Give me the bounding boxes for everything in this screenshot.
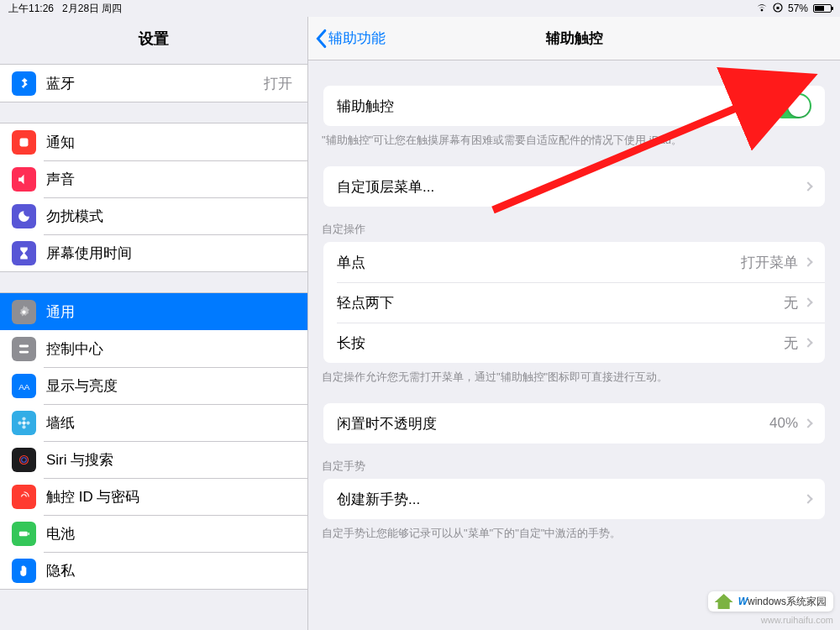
cell-value: 无 (784, 293, 798, 312)
sidebar-item-label: 触控 ID 与密码 (46, 487, 296, 507)
sidebar-item-label: 显示与亮度 (46, 376, 296, 396)
siri-icon (12, 448, 36, 472)
cell-value: 打开菜单 (741, 253, 798, 272)
sidebar-item-label: 通知 (46, 133, 296, 152)
hourglass-icon (12, 241, 36, 265)
flower-icon (12, 411, 36, 435)
cell-label: 自定顶层菜单... (337, 177, 805, 197)
detail-panel: 辅助功能 辅助触控 辅助触控 "辅助触控"可让您在触摸屏幕有困难或需要自适应配件… (308, 17, 840, 630)
svg-rect-1 (20, 138, 29, 146)
svg-point-10 (26, 421, 29, 424)
chevron-right-icon (803, 494, 812, 503)
idle-opacity-row[interactable]: 闲置时不透明度 40% (323, 403, 825, 444)
svg-text:AA: AA (18, 381, 30, 391)
sidebar-item-label: 蓝牙 (46, 74, 264, 93)
detail-header: 辅助功能 辅助触控 (308, 17, 840, 60)
speaker-icon (12, 167, 36, 192)
actions-footer: 自定操作允许您无需打开菜单，通过"辅助触控"图标即可直接进行互动。 (308, 363, 840, 403)
sidebar-item-privacy[interactable]: 隐私 (0, 552, 307, 589)
notification-icon (12, 130, 36, 155)
chevron-left-icon (313, 29, 328, 49)
detail-title: 辅助触控 (546, 29, 603, 48)
hand-icon (12, 559, 36, 583)
svg-rect-3 (19, 344, 29, 347)
svg-point-11 (20, 455, 29, 464)
sidebar-item-value: 打开 (264, 74, 292, 93)
gestures-footer: 自定手势让您能够记录可以从"菜单"下的"自定"中激活的手势。 (308, 519, 840, 559)
bluetooth-icon (12, 71, 36, 96)
watermark: www.ruihaifu.com (761, 615, 833, 625)
sidebar-item-label: 控制中心 (46, 339, 296, 359)
chevron-right-icon (803, 338, 812, 347)
cell-label: 轻点两下 (337, 293, 784, 312)
sidebar-item-touchid[interactable]: 触控 ID 与密码 (0, 478, 307, 515)
sidebar-item-label: Siri 与搜索 (46, 450, 296, 470)
settings-sidebar: 设置 蓝牙 打开 通知 声音 勿扰模式 (0, 17, 308, 630)
assistive-touch-toggle[interactable] (769, 93, 811, 118)
toggles-icon (12, 337, 36, 361)
sidebar-item-battery[interactable]: 电池 (0, 515, 307, 552)
cell-value: 无 (784, 333, 798, 353)
svg-point-12 (22, 457, 27, 462)
battery-icon (12, 522, 36, 546)
sidebar-item-label: 隐私 (46, 561, 296, 580)
sidebar-title: 设置 (0, 17, 307, 64)
single-tap-row[interactable]: 单点 打开菜单 (323, 242, 825, 282)
chevron-right-icon (803, 418, 812, 428)
svg-rect-13 (19, 531, 28, 536)
chevron-right-icon (803, 257, 812, 266)
status-bar: 上午11:26 2月28日 周四 57% (0, 0, 840, 17)
custom-gestures-header: 自定手势 (308, 459, 840, 479)
branding-w: W (738, 596, 748, 607)
sidebar-item-dnd[interactable]: 勿扰模式 (0, 197, 307, 234)
cell-value: 40% (769, 415, 798, 432)
back-button[interactable]: 辅助功能 (313, 29, 386, 49)
sidebar-item-display[interactable]: AA 显示与亮度 (0, 367, 307, 404)
orientation-lock-icon (773, 3, 783, 15)
cell-label: 创建新手势... (337, 490, 805, 509)
svg-point-8 (22, 425, 25, 428)
sidebar-item-label: 电池 (46, 524, 296, 543)
branding-badge: Wwindows系统家园 (708, 591, 833, 612)
double-tap-row[interactable]: 轻点两下 无 (323, 282, 825, 323)
sidebar-item-label: 通用 (46, 302, 296, 322)
sidebar-item-notifications[interactable]: 通知 (0, 123, 307, 160)
customize-top-menu-row[interactable]: 自定顶层菜单... (323, 166, 825, 207)
cell-label: 长按 (337, 333, 784, 353)
assistive-touch-toggle-row[interactable]: 辅助触控 (323, 86, 825, 126)
wifi-icon (756, 3, 768, 14)
custom-actions-header: 自定操作 (308, 222, 840, 242)
sidebar-item-screentime[interactable]: 屏幕使用时间 (0, 234, 307, 271)
create-gesture-row[interactable]: 创建新手势... (323, 479, 825, 519)
svg-point-6 (22, 421, 25, 424)
status-date: 2月28日 周四 (62, 2, 122, 16)
status-battery-pct: 57% (788, 3, 808, 14)
toggle-label: 辅助触控 (337, 97, 769, 116)
cell-label: 闲置时不透明度 (337, 414, 769, 433)
long-press-row[interactable]: 长按 无 (323, 323, 825, 363)
gear-icon (12, 300, 36, 324)
chevron-right-icon (803, 181, 812, 191)
svg-rect-14 (28, 533, 29, 535)
branding-text: windows系统家园 (748, 596, 827, 607)
sidebar-item-label: 屏幕使用时间 (46, 244, 296, 263)
sidebar-item-general[interactable]: 通用 (0, 293, 307, 330)
back-label: 辅助功能 (328, 29, 386, 48)
sidebar-item-bluetooth[interactable]: 蓝牙 打开 (0, 65, 307, 102)
status-time: 上午11:26 (8, 2, 54, 16)
battery-icon (813, 4, 832, 13)
sidebar-item-siri[interactable]: Siri 与搜索 (0, 441, 307, 478)
cell-label: 单点 (337, 253, 741, 272)
sidebar-item-wallpaper[interactable]: 墙纸 (0, 404, 307, 441)
fingerprint-icon (12, 485, 36, 509)
house-icon (715, 594, 733, 609)
sidebar-item-label: 勿扰模式 (46, 207, 296, 226)
svg-rect-4 (19, 350, 29, 353)
sidebar-item-label: 声音 (46, 170, 296, 189)
svg-point-9 (18, 421, 21, 424)
sidebar-item-control-center[interactable]: 控制中心 (0, 330, 307, 367)
text-size-icon: AA (12, 374, 36, 398)
moon-icon (12, 204, 36, 228)
sidebar-item-sounds[interactable]: 声音 (0, 160, 307, 197)
chevron-right-icon (803, 297, 812, 307)
